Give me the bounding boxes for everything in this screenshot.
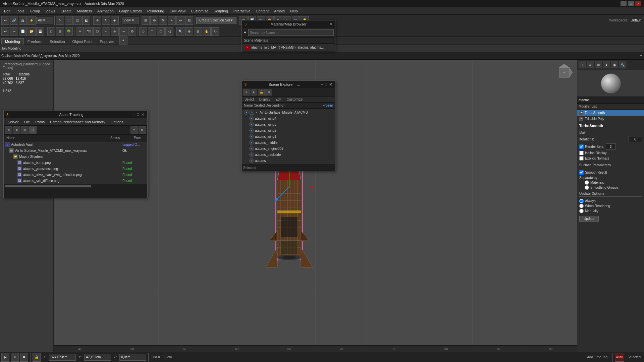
tree-item-backside[interactable]: ● atacms_backside bbox=[243, 152, 334, 158]
object-properties-btn[interactable]: □ bbox=[47, 27, 55, 36]
y-coord-input[interactable] bbox=[84, 354, 111, 361]
top-btn[interactable]: ⊤ bbox=[148, 27, 156, 36]
scene-tab-display[interactable]: Display bbox=[257, 97, 273, 102]
menu-item-views[interactable]: Views bbox=[43, 8, 58, 14]
mat-browser-title-bar[interactable]: 3 Material/Map Browser ✕ bbox=[242, 20, 335, 28]
angle-snap-button[interactable]: ⚙ bbox=[150, 16, 158, 25]
tree-expand-arrow[interactable]: ▼ bbox=[255, 111, 259, 114]
asset-row-diffuse[interactable]: 🖼 atacms_rwb_diffuse.png Found bbox=[4, 178, 147, 184]
when-rendering-radio[interactable] bbox=[579, 204, 584, 208]
tab-populate[interactable]: Populate bbox=[96, 38, 118, 45]
tab-object-paint[interactable]: Object Paint bbox=[69, 38, 96, 45]
close-button[interactable]: ✕ bbox=[635, 1, 641, 6]
unlink-button[interactable]: ⛓ bbox=[19, 16, 27, 25]
asset-tracking-title-bar[interactable]: 3 Asset Tracking – □ ✕ bbox=[4, 111, 147, 118]
scene-tab-customize[interactable]: Customize bbox=[284, 97, 305, 102]
x-coord-input[interactable] bbox=[49, 354, 76, 361]
tree-item-wing1[interactable]: ● atacms_wing1 bbox=[243, 133, 334, 139]
tree-item-wing3[interactable]: ● atacms_wing3 bbox=[243, 121, 334, 127]
geo-btn[interactable]: ⬡ bbox=[93, 27, 101, 36]
tree-visibility-icon[interactable]: ● bbox=[244, 110, 249, 115]
bind-button[interactable]: ⚡ bbox=[28, 16, 36, 25]
menu-item-arnold[interactable]: Arnold bbox=[271, 8, 287, 14]
tree-item-engine[interactable]: ● atacms_engine001 bbox=[243, 145, 334, 152]
align-button[interactable]: ⊟ bbox=[185, 16, 193, 25]
open-btn[interactable]: 📂 bbox=[28, 27, 36, 36]
percent-snap-button[interactable]: % bbox=[159, 16, 167, 25]
zoom-extents-btn[interactable]: ⊞ bbox=[194, 27, 202, 36]
undo-button[interactable]: ↩ bbox=[1, 16, 9, 25]
systems-btn[interactable]: ⚙ bbox=[128, 27, 136, 36]
save-btn[interactable]: 💾 bbox=[36, 27, 44, 36]
link-button[interactable]: 🔗 bbox=[10, 16, 18, 25]
tree-eye-icon[interactable]: ● bbox=[249, 140, 254, 145]
left-btn[interactable]: ◁ bbox=[165, 27, 173, 36]
render-iters-input[interactable] bbox=[606, 143, 616, 149]
modifier-eye-icon2[interactable]: 👁 bbox=[579, 117, 583, 121]
scene-settings-button[interactable]: ⚙ bbox=[265, 89, 272, 96]
asset-menu-paths[interactable]: Paths bbox=[33, 119, 47, 125]
camera-btn[interactable]: 📷 bbox=[85, 27, 93, 36]
menu-item-modifiers[interactable]: Modifiers bbox=[74, 8, 95, 14]
menu-item-create[interactable]: Create bbox=[58, 8, 74, 14]
asset-menu-options[interactable]: Options bbox=[108, 119, 126, 125]
modifier-list-icon[interactable]: ≡ bbox=[587, 61, 594, 68]
menu-item-customize[interactable]: Customize bbox=[188, 8, 211, 14]
minimize-button[interactable]: – bbox=[621, 1, 627, 6]
front-btn[interactable]: ▢ bbox=[157, 27, 165, 36]
asset-row-bump[interactable]: 🖼 atacms_bump.png Found bbox=[4, 160, 147, 166]
arc-rotate-btn[interactable]: ↻ bbox=[211, 27, 219, 36]
select-button[interactable]: ↖ bbox=[56, 16, 64, 25]
tree-eye-icon[interactable]: ● bbox=[249, 152, 254, 157]
isoline-checkbox[interactable] bbox=[579, 151, 584, 155]
snap-button[interactable]: ⊞ bbox=[142, 16, 150, 25]
scene-tab-edit[interactable]: Edit bbox=[273, 97, 284, 102]
perspective-btn[interactable]: ◇ bbox=[139, 27, 147, 36]
zoom-btn[interactable]: 🔍 bbox=[176, 27, 184, 36]
path-dropdown-arrow[interactable]: ▼ bbox=[639, 54, 643, 58]
modifier-eye-icon[interactable]: 👁 bbox=[579, 111, 583, 115]
tree-eye-icon[interactable]: ● bbox=[249, 128, 254, 133]
layer-btn[interactable]: ⊞ bbox=[56, 27, 64, 36]
asset-menu-file[interactable]: File bbox=[21, 119, 33, 125]
asset-tracking-close-button[interactable]: ✕ bbox=[141, 112, 145, 117]
space-warp-btn[interactable]: 〜 bbox=[119, 27, 127, 36]
lasso-button[interactable]: ◻ bbox=[73, 16, 82, 25]
asset-tracking-minimize[interactable]: – bbox=[133, 112, 135, 117]
mat-browser-close-button[interactable]: ✕ bbox=[329, 22, 332, 26]
smooth-result-checkbox[interactable] bbox=[579, 170, 584, 175]
scene-explorer-minimize[interactable]: – bbox=[321, 82, 323, 87]
tree-item-root[interactable]: ● ▷ ▼ Air-to-Surface_Missile_ATACMS bbox=[243, 109, 334, 115]
menu-item-animation[interactable]: Animation bbox=[95, 8, 116, 14]
manually-radio[interactable] bbox=[579, 209, 584, 213]
update-button[interactable]: Update bbox=[579, 216, 599, 222]
menu-item-interactive[interactable]: Interactive bbox=[231, 8, 253, 14]
materials-radio[interactable] bbox=[585, 180, 589, 185]
asset-row-vault[interactable]: V Autodesk Vault Logged O... bbox=[4, 141, 147, 147]
scene-filter-button[interactable]: ✕ bbox=[243, 89, 250, 96]
mat-search-input[interactable] bbox=[248, 29, 334, 36]
explicit-normals-checkbox[interactable] bbox=[579, 156, 584, 161]
pause-button[interactable]: ⏸ bbox=[11, 353, 19, 362]
pan-btn[interactable]: ✋ bbox=[203, 27, 211, 36]
iterations-input[interactable] bbox=[629, 136, 642, 142]
scene-lock-button[interactable]: 🔒 bbox=[258, 89, 265, 96]
tree-eye-icon[interactable]: ● bbox=[249, 134, 254, 139]
tree-eye-icon[interactable]: ● bbox=[249, 122, 254, 127]
tree-eye-icon[interactable]: ● bbox=[249, 158, 254, 163]
tree-item-atacms[interactable]: ● atacms bbox=[243, 158, 334, 164]
scene-explorer-close-button[interactable]: ✕ bbox=[329, 82, 332, 87]
view-dropdown[interactable]: View ▼ bbox=[122, 17, 139, 24]
select-region-button[interactable]: ⬚ bbox=[65, 16, 73, 25]
mirror-button[interactable]: ⇔ bbox=[176, 16, 184, 25]
asset-row-reflect[interactable]: 🖼 atacms_olive_black_rwb_reflection.png … bbox=[4, 172, 147, 178]
display-icon[interactable]: ◉ bbox=[611, 61, 618, 68]
new-btn[interactable]: 📄 bbox=[19, 27, 27, 36]
paint-select-button[interactable]: ⬕ bbox=[82, 16, 90, 25]
asset-list-btn[interactable]: ≡ bbox=[13, 126, 20, 134]
hierarchy-icon[interactable]: ⊞ bbox=[595, 61, 602, 68]
tree-item-middle[interactable]: ● atacms_middle bbox=[243, 139, 334, 145]
mat-item-atacms[interactable]: V atacms_rwb_MAT ( VRayMtl ) [atacms, at… bbox=[242, 44, 335, 51]
move-button[interactable]: ✛ bbox=[93, 16, 101, 25]
play-button[interactable]: ▶ bbox=[1, 353, 9, 362]
